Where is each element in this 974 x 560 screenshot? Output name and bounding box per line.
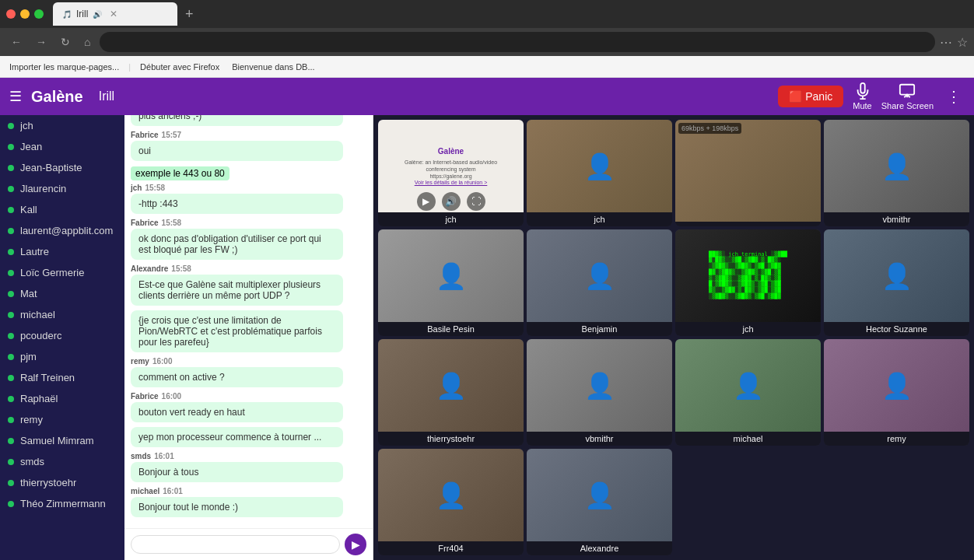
screen-share-text: Galène: an Internet-based audio/videocon… (405, 159, 497, 180)
sidebar-item-michael[interactable]: michael (0, 304, 124, 325)
sidebar-item-thierrystoehr[interactable]: thierrystoehr (0, 472, 124, 493)
message-meta: smds16:01 (131, 452, 366, 460)
message-bubble: comment on active ? (131, 367, 343, 387)
video-thumb: 👤 (378, 449, 524, 541)
participant-name: Lautre (20, 246, 49, 257)
video-cell-empty2 (824, 449, 969, 555)
bookmark-2[interactable]: Débuter avec Firefox (137, 61, 222, 73)
video-cell-benjamin: 👤 Benjamin (527, 229, 672, 336)
chat-message: d'où l'expression «le poste à galène» po… (131, 115, 366, 126)
sidebar-item-laurent@appblit.com[interactable]: laurent@appblit.com (0, 220, 124, 241)
bookmark-1[interactable]: Importer les marque-pages... (6, 61, 122, 73)
share-screen-button[interactable]: Share Screen (881, 82, 934, 110)
chat-input[interactable] (131, 535, 340, 554)
refresh-button[interactable]: ↻ (56, 34, 75, 50)
message-bubble: Bonjour tout le monde :) (131, 497, 343, 517)
panic-button[interactable]: 🟥 Panic (778, 86, 843, 107)
sidebar-item-théo-zimmermann[interactable]: Théo Zimmermann (0, 493, 124, 514)
sidebar-item-loïc-germerie[interactable]: Loïc Germerie (0, 262, 124, 283)
home-button[interactable]: ⌂ (79, 34, 95, 50)
sidebar-item-samuel-mimram[interactable]: Samuel Mimram (0, 430, 124, 451)
chat-message: Fabrice16:00bouton vert ready en haut (131, 392, 366, 422)
participant-name: Jlaurencin (20, 183, 66, 194)
forward-button[interactable]: → (31, 34, 51, 50)
bookmark-separator: | (128, 62, 131, 72)
video-cell-vbmithr-2: 👤 vbmithr (527, 339, 672, 446)
sidebar-item-ralf-treinen[interactable]: Ralf Treinen (0, 367, 124, 388)
participant-avatar: 👤 (527, 339, 672, 432)
online-dot (8, 438, 14, 444)
sidebar-item-mat[interactable]: Mat (0, 283, 124, 304)
sidebar-item-pjm[interactable]: pjm (0, 346, 124, 367)
video-cell-jch-terminal: ██▓▒░ jch terminal ░▒▓██ ▓░█▓▒░░▒▓█░▒▓█▓… (675, 229, 821, 336)
message-meta: michael16:01 (131, 487, 366, 495)
play-button[interactable]: ▶ (417, 192, 436, 211)
message-meta: Fabrice15:57 (131, 131, 366, 139)
online-dot (8, 501, 14, 507)
video-thumb: 👤 (378, 339, 524, 432)
participant-name: Raphaël (20, 393, 58, 404)
sidebar-item-raphaël[interactable]: Raphaël (0, 388, 124, 409)
address-bar[interactable]: https://galene.org:8443/group/Irill (100, 32, 935, 52)
message-meta: jch15:58 (131, 184, 366, 192)
sidebar-item-jean[interactable]: Jean (0, 136, 124, 157)
video-participant-name: Alexandre (527, 541, 672, 555)
sidebar-item-pcouderc[interactable]: pcouderc (0, 325, 124, 346)
online-dot (8, 207, 14, 213)
message-bubble: {je crois que c'est une limitation de Pi… (131, 310, 343, 352)
participant-avatar: 👤 (527, 229, 672, 322)
online-dot (8, 144, 14, 150)
minimize-traffic-light[interactable] (20, 9, 30, 19)
sidebar-item-jch[interactable]: jch (0, 115, 124, 136)
maximize-traffic-light[interactable] (34, 9, 44, 19)
sidebar-item-smds[interactable]: smds (0, 451, 124, 472)
sidebar-item-jlaurencin[interactable]: Jlaurencin (0, 178, 124, 199)
participant-avatar: 👤 (378, 229, 524, 322)
video-participant-name: Hector Suzanne (824, 322, 969, 336)
bookmark-icon[interactable]: ☆ (957, 35, 968, 50)
bookmark-3[interactable]: Bienvenue dans DB... (229, 61, 317, 73)
chat-panel: d'où l'expression «le poste à galène» po… (124, 115, 373, 560)
volume-button[interactable]: 🔊 (442, 192, 461, 211)
chat-message: michael16:01Bonjour tout le monde :) (131, 487, 366, 517)
fullscreen-button[interactable]: ⛶ (467, 192, 485, 211)
mute-button[interactable]: Mute (853, 82, 871, 110)
video-participant-name (675, 222, 821, 226)
participant-avatar: 👤 (527, 449, 672, 541)
video-participant-name: jch (378, 212, 524, 226)
video-stats: 69kbps + 198kbps (678, 123, 741, 134)
app-logo: Galène (31, 88, 83, 106)
video-participant-name: thierrystoehr (378, 432, 524, 446)
video-participant-name: remy (824, 432, 969, 446)
video-participant-name: jch (675, 322, 821, 336)
online-dot (8, 291, 14, 297)
video-thumb: 👤 (527, 120, 672, 212)
screen-share-logo: Galène (438, 147, 464, 156)
close-traffic-light[interactable] (6, 9, 16, 19)
chat-send-button[interactable]: ▶ (345, 534, 366, 555)
sidebar-item-lautre[interactable]: Lautre (0, 241, 124, 262)
video-cell-jch-cam: 👤 jch (527, 120, 672, 226)
new-tab-button[interactable]: + (180, 6, 198, 23)
sidebar-item-jean-baptiste[interactable]: Jean-Baptiste (0, 157, 124, 178)
sidebar-item-kall[interactable]: Kall (0, 199, 124, 220)
message-meta: Fabrice16:00 (131, 392, 366, 401)
online-dot (8, 270, 14, 276)
url-input[interactable]: https://galene.org:8443/group/Irill (109, 37, 926, 47)
active-tab[interactable]: 🎵 Irill 🔊 ✕ (53, 2, 177, 26)
message-highlight: exemple le 443 ou 80 (131, 166, 229, 180)
svg-rect-0 (900, 85, 914, 95)
tab-close-icon[interactable]: ✕ (110, 9, 117, 19)
video-thumb: 👤 (527, 449, 672, 541)
tab-title: Irill (76, 9, 88, 19)
back-button[interactable]: ← (6, 34, 26, 50)
online-dot (8, 333, 14, 339)
online-dot (8, 375, 14, 381)
online-dot (8, 186, 14, 192)
sidebar-item-remy[interactable]: remy (0, 409, 124, 430)
video-cell-stats-cell: 69kbps + 198kbps (675, 120, 821, 226)
menu-button[interactable]: ☰ (9, 88, 22, 105)
video-controls: ▶ 🔊 ⛶ (417, 192, 485, 211)
more-options-button[interactable]: ⋮ (943, 84, 965, 109)
participant-name: Loïc Germerie (20, 267, 84, 278)
